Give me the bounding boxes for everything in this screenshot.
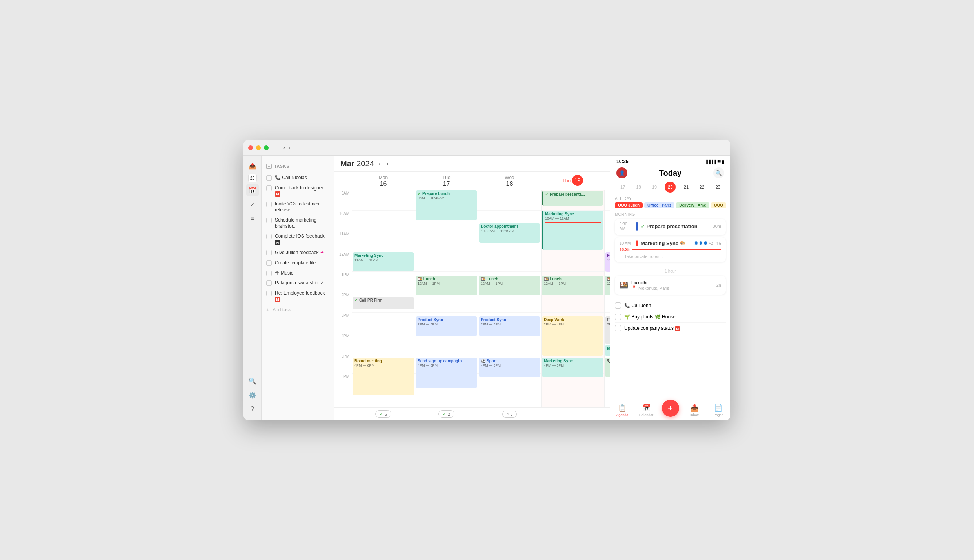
event-doctor[interactable]: Doctor appointment 10:30AM — 11:15AM xyxy=(479,223,540,243)
task-item[interactable]: Schedule marketing brainstor... xyxy=(262,215,334,231)
task-item[interactable]: Come back to designer M xyxy=(262,183,334,199)
next-month-button[interactable]: › xyxy=(385,160,390,167)
task-item[interactable]: 📞 Call Nicolas xyxy=(262,173,334,183)
task-checkbox[interactable] xyxy=(266,202,272,207)
phone-task-buy-plants[interactable]: 🌱 Buy plants 🌿 House xyxy=(615,311,726,323)
prev-month-button[interactable]: ‹ xyxy=(377,160,382,167)
count-mon[interactable]: ✓ 5 xyxy=(375,410,391,418)
event-send-campaign[interactable]: Send sign up campagin 4PM — 6PM xyxy=(416,358,477,388)
task-checkbox[interactable] xyxy=(266,250,272,255)
mini-day-20-today[interactable]: 20 xyxy=(665,182,676,193)
event-lunch-wed[interactable]: 🍱 Lunch 12AM — 1PM xyxy=(479,276,540,295)
day-events-tue: ✓ Prepare Lunch 9AM — 10:45AM 🍱 Lunch 12… xyxy=(415,190,478,407)
all-day-office-paris[interactable]: Office · Paris xyxy=(644,202,674,208)
maximize-button[interactable] xyxy=(264,145,269,150)
task-checkbox[interactable] xyxy=(266,185,272,191)
sidebar-inbox[interactable]: 📥 xyxy=(246,160,259,172)
count-wed[interactable]: ○ 3 xyxy=(502,411,517,418)
add-task[interactable]: + Add task xyxy=(262,304,334,315)
phone-event-prepare-presentation[interactable]: 9:30 AM ✓ Prepare presentation 30m xyxy=(615,219,726,235)
event-marketing-sync-thu2[interactable]: Marketing Sync 4PM — 5PM xyxy=(542,358,603,377)
task-checkbox[interactable] xyxy=(266,234,272,239)
event-dot xyxy=(636,222,638,231)
sidebar-notes[interactable]: ≡ xyxy=(246,212,259,225)
task-item[interactable]: 🗑 Music xyxy=(262,268,334,278)
task-checkbox[interactable] xyxy=(266,218,272,223)
all-day-ooo[interactable]: OOO xyxy=(711,202,726,208)
event-product-sync-wed[interactable]: Product Sync 2PM — 3PM xyxy=(479,316,540,336)
event-product-sync-tue[interactable]: Product Sync 2PM — 3PM xyxy=(416,316,477,336)
event-call-pr-firm[interactable]: ✓ Call PR Firm xyxy=(353,297,414,309)
lunch-subtitle: 📍 Mokonuts, Paris xyxy=(631,285,713,291)
all-day-delivery[interactable]: Delivery · Ame xyxy=(676,202,709,208)
mini-day-19[interactable]: 19 xyxy=(649,182,660,193)
mini-day-22[interactable]: 22 xyxy=(696,182,707,193)
task-checkbox[interactable] xyxy=(615,314,621,320)
add-event-fab[interactable]: + xyxy=(662,400,679,417)
task-give-julien-feedback[interactable]: Give Julien feedback ✦ xyxy=(262,247,334,258)
sidebar-calendar[interactable]: 📅 xyxy=(246,184,259,196)
phone-task-call-john[interactable]: 📞 Call John xyxy=(615,300,726,311)
event-duration: 30m xyxy=(713,224,721,229)
task-item[interactable]: Invite VCs to test next release xyxy=(262,199,334,215)
agenda-icon: 📋 xyxy=(618,404,627,412)
settings-icon[interactable]: ⚙️ xyxy=(246,389,259,401)
event-lunch-tue[interactable]: 🍱 Lunch 12AM — 1PM xyxy=(416,276,477,295)
day-events-mon: Marketing Sync 11AM — 12AM ✓ Call PR Fir… xyxy=(352,190,415,407)
search-icon[interactable]: 🔍 xyxy=(246,375,259,387)
sidebar-calendar-badge[interactable]: 20 xyxy=(248,174,257,182)
phone-event-marketing-sync[interactable]: 10 AM Marketing Sync 🎨 👤👤👤 +2 1h 10:25 xyxy=(615,237,726,262)
mini-day-23[interactable]: 23 xyxy=(712,182,723,193)
back-button[interactable]: ‹ xyxy=(283,145,285,151)
phone-search-button[interactable]: 🔍 xyxy=(713,167,724,178)
nav-inbox[interactable]: 📥 Inbox xyxy=(682,404,706,417)
task-item[interactable]: Re: Employee feedback M xyxy=(262,288,334,304)
task-item[interactable]: Patagonia sweatshirt ↗ xyxy=(262,278,334,288)
minimize-button[interactable] xyxy=(256,145,261,150)
task-checkbox[interactable] xyxy=(266,291,272,296)
close-button[interactable] xyxy=(248,145,253,150)
nav-calendar[interactable]: 📅 Calendar xyxy=(634,404,658,417)
morning-section: MORNING 9:30 AM ✓ Prepare presentation 3… xyxy=(610,210,730,267)
task-checkbox[interactable] xyxy=(266,280,272,286)
lunch-duration: 2h xyxy=(716,283,721,287)
event-lunch-thu[interactable]: 🍱 Lunch 12AM — 1PM xyxy=(542,276,603,295)
task-checkbox[interactable] xyxy=(266,260,272,266)
mini-day-18[interactable]: 18 xyxy=(633,182,644,193)
nav-pages[interactable]: 📄 Pages xyxy=(707,404,730,417)
event-sport[interactable]: ⚽ Sport 4PM — 5PM xyxy=(479,358,540,377)
event-deep-work[interactable]: Deep Work 2PM — 4PM xyxy=(542,316,603,356)
help-icon[interactable]: ? xyxy=(246,403,259,415)
sidebar-tasks[interactable]: ✓ xyxy=(246,198,259,211)
event-prepare-presentation[interactable]: ✓ Prepare presenta... xyxy=(542,191,603,206)
day-events-wed: Doctor appointment 10:30AM — 11:15AM 🍱 L… xyxy=(478,190,541,407)
phone-task-update-company[interactable]: Update company status M xyxy=(615,323,726,334)
count-tue[interactable]: ✓ 2 xyxy=(438,410,454,418)
private-notes[interactable]: Take private notes... xyxy=(620,253,721,259)
day-header-tue: Tue 17 xyxy=(415,175,478,187)
nav-agenda[interactable]: 📋 Agenda xyxy=(610,404,634,417)
event-marketing-sync-thu[interactable]: Marketing Sync 10AM — 12AM xyxy=(542,211,603,250)
mini-calendar-strip: 17 18 19 20 21 22 23 xyxy=(610,182,730,195)
icon-sidebar: 📥 20 📅 ✓ ≡ 🔍 ⚙️ ? xyxy=(244,140,262,420)
task-item[interactable]: Complete iOS feedback N xyxy=(262,231,334,247)
inbox-icon: 📥 xyxy=(690,404,699,412)
all-day-events: OOO Julien Office · Paris Delivery · Ame… xyxy=(615,202,726,208)
mini-day-21[interactable]: 21 xyxy=(681,182,692,193)
pages-icon: 📄 xyxy=(714,404,723,412)
task-checkbox[interactable] xyxy=(266,175,272,181)
task-item[interactable]: Create template file xyxy=(262,258,334,268)
task-checkbox[interactable] xyxy=(615,302,621,309)
task-checkbox[interactable] xyxy=(615,325,621,331)
event-marketing-sync-mon[interactable]: Marketing Sync 11AM — 12AM xyxy=(353,252,414,271)
forward-button[interactable]: › xyxy=(289,145,291,151)
mini-day-17[interactable]: 17 xyxy=(617,182,628,193)
phone-header: 👤 Today 🔍 xyxy=(610,166,730,182)
phone-event-lunch[interactable]: 🍱 Lunch 📍 Mokonuts, Paris 2h xyxy=(615,276,726,295)
time-column: 9AM 10AM 11AM 12AM 1PM 2PM 3PM 4PM 5PM 6… xyxy=(334,190,352,407)
avatar: 👤 xyxy=(616,167,627,178)
event-board-meeting[interactable]: Board meeting 4PM — 6PM xyxy=(353,358,414,395)
all-day-ooo-julien[interactable]: OOO Julien xyxy=(615,202,643,208)
task-checkbox[interactable] xyxy=(266,271,272,276)
event-prepare-lunch[interactable]: ✓ Prepare Lunch 9AM — 10:45AM xyxy=(416,190,477,220)
